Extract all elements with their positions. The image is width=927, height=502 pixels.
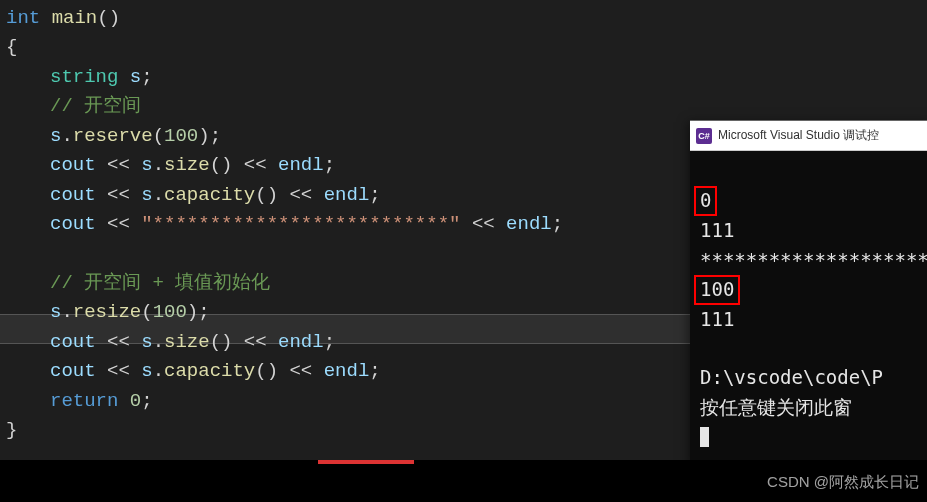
code-line-8: cout << "**************************" << …: [6, 210, 700, 239]
watermark: CSDN @阿然成长日记: [767, 473, 919, 492]
code-line-13: cout << s.capacity() << endl;: [6, 357, 700, 386]
bottom-bar: CSDN @阿然成长日记: [0, 460, 927, 502]
code-line-3: string s;: [6, 63, 700, 92]
console-line-6: D:\vscode\code\P: [700, 366, 883, 388]
console-line-3: ********************: [700, 249, 927, 271]
code-line-14: return 0;: [6, 387, 700, 416]
console-titlebar[interactable]: C# Microsoft Visual Studio 调试控: [690, 121, 927, 151]
code-editor[interactable]: int main() { string s; // 开空间 s.reserve(…: [0, 0, 700, 460]
kw-int: int: [6, 7, 40, 29]
console-cursor: [700, 427, 709, 447]
code-line-blank: [6, 240, 700, 269]
console-line-5: 111: [700, 308, 734, 330]
console-title: Microsoft Visual Studio 调试控: [718, 127, 879, 144]
code-line-5: s.reserve(100);: [6, 122, 700, 151]
console-output: 0 111 ******************** 100 111 D:\vs…: [690, 151, 927, 487]
debug-console-window[interactable]: C# Microsoft Visual Studio 调试控 0 111 ***…: [690, 120, 927, 465]
code-line-11: s.resize(100);: [6, 298, 700, 327]
code-line-12: cout << s.size() << endl;: [6, 328, 700, 357]
highlight-box-2: 100: [694, 275, 740, 305]
code-line-1: int main(): [6, 4, 700, 33]
red-underline-indicator: [318, 460, 414, 464]
fn-main: main: [52, 7, 98, 29]
code-line-10: // 开空间 + 填值初始化: [6, 269, 700, 298]
code-line-7: cout << s.capacity() << endl;: [6, 181, 700, 210]
code-line-4: // 开空间: [6, 92, 700, 121]
console-line-2: 111: [700, 219, 734, 241]
code-line-6: cout << s.size() << endl;: [6, 151, 700, 180]
code-line-2: {: [6, 33, 700, 62]
console-line-7: 按任意键关闭此窗: [700, 396, 852, 418]
code-line-15: }: [6, 416, 700, 445]
